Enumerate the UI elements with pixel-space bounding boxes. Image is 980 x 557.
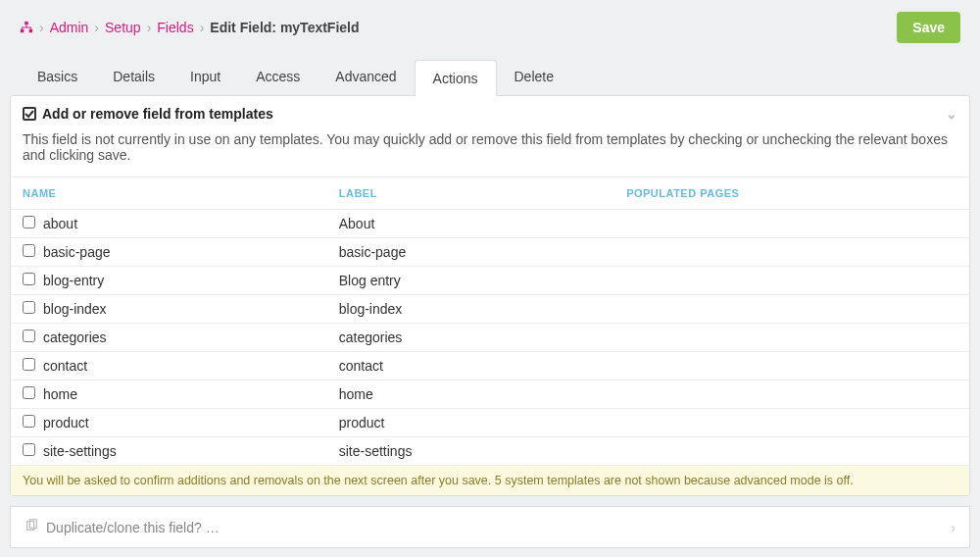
template-checkbox[interactable] (23, 301, 35, 314)
breadcrumb: › Admin › Setup › Fields › Edit Field: m… (20, 20, 360, 35)
chevron-right-icon: › (951, 520, 956, 535)
template-label: site-settings (327, 437, 614, 466)
template-populated (614, 267, 969, 295)
template-populated (614, 238, 969, 267)
template-label: product (327, 409, 614, 437)
template-name: categories (43, 329, 107, 345)
table-row: blog-entryBlog entry (11, 267, 969, 295)
template-name: blog-entry (43, 273, 104, 288)
template-name: blog-index (43, 301, 107, 317)
panel-description: This field is not currently in use on an… (11, 131, 969, 177)
svg-rect-0 (24, 22, 28, 25)
template-name: product (43, 415, 89, 430)
templates-panel: Add or remove field from templates ⌄ Thi… (10, 95, 970, 496)
templates-table: NAME LABEL POPULATED PAGES aboutAboutbas… (11, 177, 969, 465)
tab-actions[interactable]: Actions (415, 60, 497, 96)
breadcrumb-setup[interactable]: Setup (105, 20, 141, 35)
panel-title: Add or remove field from templates (42, 106, 273, 122)
tab-bar: Basics Details Input Access Advanced Act… (0, 59, 980, 95)
table-row: blog-indexblog-index (11, 295, 969, 324)
template-checkbox[interactable] (23, 216, 35, 228)
col-populated: POPULATED PAGES (614, 177, 969, 210)
template-checkbox[interactable] (23, 244, 35, 257)
breadcrumb-fields[interactable]: Fields (157, 20, 193, 35)
table-row: site-settingssite-settings (11, 437, 969, 466)
template-checkbox[interactable] (23, 443, 35, 456)
template-label: home (327, 380, 614, 409)
table-row: contactcontact (11, 352, 969, 380)
table-row: homehome (11, 380, 969, 409)
svg-rect-1 (21, 29, 24, 33)
template-populated (614, 210, 969, 238)
panel-note: You will be asked to confirm additions a… (11, 465, 969, 495)
template-label: basic-page (327, 238, 614, 267)
template-checkbox[interactable] (23, 415, 35, 428)
table-row: categoriescategories (11, 324, 969, 352)
tab-input[interactable]: Input (172, 59, 238, 95)
template-label: Blog entry (327, 267, 614, 295)
col-name: NAME (11, 177, 327, 210)
template-label: About (327, 210, 614, 238)
template-label: blog-index (327, 295, 614, 324)
panel-toggle[interactable]: Add or remove field from templates ⌄ (11, 96, 969, 131)
tab-advanced[interactable]: Advanced (318, 59, 414, 95)
breadcrumb-sep: › (39, 20, 44, 35)
tab-delete[interactable]: Delete (497, 59, 571, 95)
checkbox-checked-icon (23, 107, 36, 121)
tab-basics[interactable]: Basics (20, 59, 95, 95)
breadcrumb-admin[interactable]: Admin (50, 20, 89, 35)
template-checkbox[interactable] (23, 386, 35, 399)
save-button-top[interactable]: Save (897, 12, 960, 43)
template-name: basic-page (43, 244, 111, 260)
table-row: basic-pagebasic-page (11, 238, 969, 267)
template-name: home (43, 386, 77, 402)
table-row: productproduct (11, 409, 969, 437)
duplicate-label: Duplicate/clone this field? … (46, 520, 220, 535)
template-checkbox[interactable] (23, 329, 35, 342)
sitemap-icon[interactable] (20, 21, 33, 34)
tab-details[interactable]: Details (95, 59, 172, 95)
template-populated (614, 380, 969, 409)
svg-rect-2 (29, 29, 33, 33)
col-label: LABEL (327, 177, 614, 210)
template-label: contact (327, 352, 614, 380)
template-label: categories (327, 324, 614, 352)
template-name: about (43, 216, 77, 231)
template-checkbox[interactable] (23, 358, 35, 371)
template-populated (614, 437, 969, 466)
table-row: aboutAbout (11, 210, 969, 238)
template-populated (614, 352, 969, 380)
template-populated (614, 324, 969, 352)
template-checkbox[interactable] (23, 273, 35, 285)
template-populated (614, 409, 969, 437)
template-name: contact (43, 358, 87, 374)
tab-access[interactable]: Access (238, 59, 318, 95)
page-title: Edit Field: myTextField (210, 20, 359, 35)
copy-icon (24, 519, 38, 535)
template-populated (614, 295, 969, 324)
duplicate-field-toggle[interactable]: Duplicate/clone this field? … › (10, 506, 970, 548)
template-name: site-settings (43, 443, 117, 459)
chevron-down-icon: ⌄ (946, 106, 957, 122)
